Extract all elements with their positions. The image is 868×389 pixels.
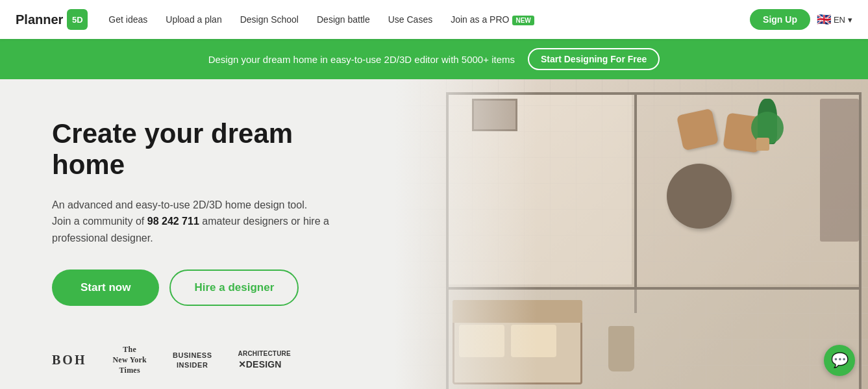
start-now-button[interactable]: Start now [52, 270, 159, 306]
hire-designer-button[interactable]: Hire a designer [169, 270, 299, 306]
bi-logo: BUSINESSINSIDER [173, 351, 212, 370]
hero-image [394, 79, 868, 389]
chair-1 [676, 108, 719, 151]
banner-text: Design your dream home in easy-to-use 2D… [208, 54, 515, 65]
nyt-logo: TheNew YorkTimes [112, 345, 146, 375]
chat-icon: 💬 [831, 352, 849, 369]
media-logos: BOH TheNew YorkTimes BUSINESSINSIDER ARC… [52, 345, 364, 389]
chat-button[interactable]: 💬 [824, 345, 855, 376]
logo[interactable]: Planner 5D [16, 9, 88, 30]
nav-links: Get ideas Upload a plan Design School De… [108, 14, 750, 25]
round-table [667, 164, 732, 229]
bed-headboard [453, 300, 582, 323]
picture-frame [472, 99, 517, 131]
pillow-right [511, 325, 556, 357]
hero-title: Create your dream home [52, 118, 364, 181]
media-row-1: BOH TheNew YorkTimes BUSINESSINSIDER ARC… [52, 345, 364, 375]
nav-join-pro[interactable]: Join as a PRONEW [451, 14, 534, 25]
flag-icon: 🇬🇧 [817, 12, 831, 27]
nav-design-school[interactable]: Design School [240, 14, 299, 25]
nav-use-cases[interactable]: Use Cases [388, 14, 432, 25]
logo-text: Planner [16, 12, 63, 27]
nav-design-battle[interactable]: Design battle [317, 14, 370, 25]
promo-banner: Design your dream home in easy-to-use 2D… [0, 39, 868, 79]
curtain [820, 99, 859, 242]
ad-logo: ARCHITECTURE✕DESIGN [238, 349, 291, 371]
chevron-down-icon: ▾ [848, 15, 852, 25]
boh-logo: BOH [52, 353, 86, 368]
logo-icon: 5D [67, 9, 88, 30]
hanging-item [608, 326, 634, 371]
pillow-left [459, 325, 504, 357]
nav-upload-plan[interactable]: Upload a plan [166, 14, 221, 25]
lang-code: EN [834, 15, 845, 25]
nav-right: Sign Up 🇬🇧 EN ▾ [750, 9, 852, 30]
room-illustration [394, 79, 868, 389]
signup-button[interactable]: Sign Up [750, 9, 810, 30]
room-floor-left [449, 95, 632, 284]
hero-content: Create your dream home An advanced and e… [0, 79, 403, 389]
community-count: 98 242 711 [147, 216, 199, 227]
hero-buttons: Start now Hire a designer [52, 270, 364, 306]
pro-badge: NEW [512, 16, 534, 25]
plant-pot [756, 138, 769, 151]
hero-subtitle: An advanced and easy-to-use 2D/3D home d… [52, 197, 364, 247]
start-designing-button[interactable]: Start Designing For Free [528, 48, 660, 70]
hero-section: Create your dream home An advanced and e… [0, 79, 868, 389]
nav-get-ideas[interactable]: Get ideas [108, 14, 147, 25]
navbar: Planner 5D Get ideas Upload a plan Desig… [0, 0, 868, 39]
room-floor-bottom [449, 290, 859, 389]
language-selector[interactable]: 🇬🇧 EN ▾ [817, 12, 852, 27]
